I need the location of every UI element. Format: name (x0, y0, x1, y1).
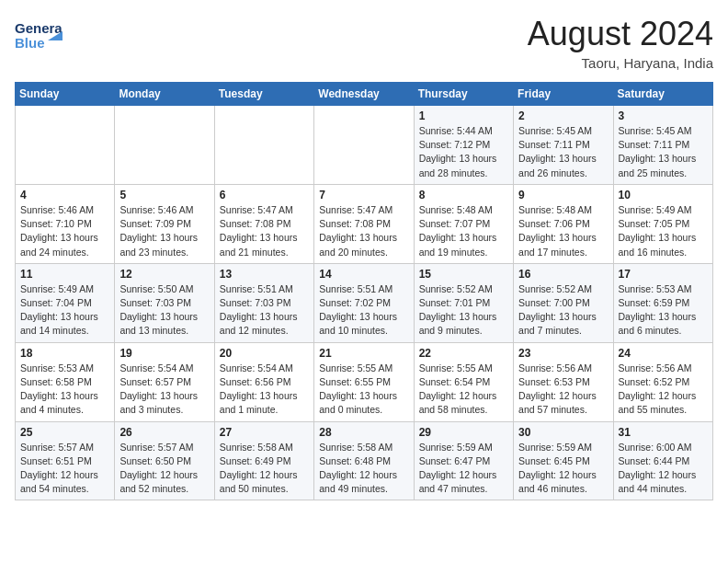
day-cell: 12Sunrise: 5:50 AMSunset: 7:03 PMDayligh… (115, 263, 214, 342)
day-number: 4 (20, 189, 109, 201)
day-cell: 14Sunrise: 5:51 AMSunset: 7:02 PMDayligh… (314, 263, 414, 342)
day-cell: 24Sunrise: 5:56 AMSunset: 6:52 PMDayligh… (613, 342, 712, 421)
day-detail: Sunrise: 5:53 AMSunset: 6:58 PMDaylight:… (20, 362, 109, 418)
day-number: 10 (619, 189, 708, 201)
week-row-3: 11Sunrise: 5:49 AMSunset: 7:04 PMDayligh… (16, 263, 713, 342)
day-cell (314, 106, 414, 185)
day-number: 7 (319, 189, 408, 201)
day-detail: Sunrise: 5:46 AMSunset: 7:09 PMDaylight:… (119, 203, 209, 259)
day-cell: 22Sunrise: 5:55 AMSunset: 6:54 PMDayligh… (414, 342, 513, 421)
day-detail: Sunrise: 5:57 AMSunset: 6:50 PMDaylight:… (119, 441, 209, 497)
page-header: General Blue August 2024 Taoru, Haryana,… (15, 15, 713, 71)
day-cell: 9Sunrise: 5:48 AMSunset: 7:06 PMDaylight… (514, 184, 613, 263)
day-detail: Sunrise: 5:53 AMSunset: 6:59 PMDaylight:… (619, 282, 708, 339)
day-cell: 29Sunrise: 5:59 AMSunset: 6:47 PMDayligh… (414, 421, 513, 500)
day-detail: Sunrise: 5:50 AMSunset: 7:03 PMDaylight:… (119, 282, 209, 339)
day-detail: Sunrise: 5:48 AMSunset: 7:06 PMDaylight:… (518, 203, 608, 259)
day-cell: 20Sunrise: 5:54 AMSunset: 6:56 PMDayligh… (214, 342, 313, 421)
day-cell: 30Sunrise: 5:59 AMSunset: 6:45 PMDayligh… (514, 421, 613, 500)
day-detail: Sunrise: 5:57 AMSunset: 6:51 PMDaylight:… (20, 441, 109, 497)
day-number: 27 (220, 426, 309, 439)
day-cell: 27Sunrise: 5:58 AMSunset: 6:49 PMDayligh… (214, 421, 313, 500)
day-cell: 1Sunrise: 5:44 AMSunset: 7:12 PMDaylight… (414, 106, 513, 185)
day-number: 11 (20, 268, 109, 281)
day-cell: 5Sunrise: 5:46 AMSunset: 7:09 PMDaylight… (115, 184, 214, 263)
title-block: August 2024 Taoru, Haryana, India (528, 15, 713, 71)
logo-icon: General Blue (15, 15, 63, 61)
day-number: 26 (119, 426, 209, 439)
month-year-title: August 2024 (528, 15, 713, 53)
day-cell: 7Sunrise: 5:47 AMSunset: 7:08 PMDaylight… (314, 184, 414, 263)
day-detail: Sunrise: 5:55 AMSunset: 6:54 PMDaylight:… (419, 362, 508, 418)
day-cell: 2Sunrise: 5:45 AMSunset: 7:11 PMDaylight… (514, 106, 613, 185)
day-number: 30 (518, 426, 608, 439)
day-detail: Sunrise: 5:58 AMSunset: 6:48 PMDaylight:… (319, 441, 408, 497)
day-number: 14 (319, 268, 408, 281)
day-number: 15 (419, 268, 508, 281)
weekday-header-monday: Monday (115, 83, 214, 106)
day-cell: 18Sunrise: 5:53 AMSunset: 6:58 PMDayligh… (16, 342, 115, 421)
day-detail: Sunrise: 5:56 AMSunset: 6:52 PMDaylight:… (619, 362, 708, 418)
day-number: 9 (518, 189, 608, 201)
day-detail: Sunrise: 5:59 AMSunset: 6:47 PMDaylight:… (419, 441, 508, 497)
day-detail: Sunrise: 5:49 AMSunset: 7:05 PMDaylight:… (619, 203, 708, 259)
week-row-1: 1Sunrise: 5:44 AMSunset: 7:12 PMDaylight… (16, 106, 713, 185)
week-row-5: 25Sunrise: 5:57 AMSunset: 6:51 PMDayligh… (16, 421, 713, 500)
day-number: 8 (419, 189, 508, 201)
day-cell: 23Sunrise: 5:56 AMSunset: 6:53 PMDayligh… (514, 342, 613, 421)
day-cell (115, 106, 214, 185)
day-detail: Sunrise: 5:46 AMSunset: 7:10 PMDaylight:… (20, 203, 109, 259)
day-cell: 15Sunrise: 5:52 AMSunset: 7:01 PMDayligh… (414, 263, 513, 342)
day-detail: Sunrise: 5:51 AMSunset: 7:02 PMDaylight:… (319, 282, 408, 339)
weekday-header-friday: Friday (514, 83, 613, 106)
day-number: 1 (419, 109, 508, 122)
day-detail: Sunrise: 5:54 AMSunset: 6:57 PMDaylight:… (119, 362, 209, 418)
day-cell: 13Sunrise: 5:51 AMSunset: 7:03 PMDayligh… (214, 263, 313, 342)
day-number: 19 (119, 347, 209, 360)
day-number: 28 (319, 426, 408, 439)
day-number: 23 (518, 347, 608, 360)
day-cell (16, 106, 115, 185)
week-row-2: 4Sunrise: 5:46 AMSunset: 7:10 PMDaylight… (16, 184, 713, 263)
day-detail: Sunrise: 5:54 AMSunset: 6:56 PMDaylight:… (220, 362, 309, 418)
day-number: 22 (419, 347, 508, 360)
day-detail: Sunrise: 5:45 AMSunset: 7:11 PMDaylight:… (619, 124, 708, 180)
day-cell: 11Sunrise: 5:49 AMSunset: 7:04 PMDayligh… (16, 263, 115, 342)
day-cell: 21Sunrise: 5:55 AMSunset: 6:55 PMDayligh… (314, 342, 414, 421)
day-number: 13 (220, 268, 309, 281)
day-detail: Sunrise: 5:48 AMSunset: 7:07 PMDaylight:… (419, 203, 508, 259)
day-number: 20 (220, 347, 309, 360)
weekday-header-row: SundayMondayTuesdayWednesdayThursdayFrid… (16, 83, 713, 106)
day-cell: 8Sunrise: 5:48 AMSunset: 7:07 PMDaylight… (414, 184, 513, 263)
weekday-header-thursday: Thursday (414, 83, 513, 106)
day-number: 31 (619, 426, 708, 439)
day-number: 16 (518, 268, 608, 281)
day-detail: Sunrise: 5:52 AMSunset: 7:00 PMDaylight:… (518, 282, 608, 339)
day-number: 17 (619, 268, 708, 281)
weekday-header-wednesday: Wednesday (314, 83, 414, 106)
day-detail: Sunrise: 5:56 AMSunset: 6:53 PMDaylight:… (518, 362, 608, 418)
logo: General Blue (15, 15, 63, 61)
day-number: 24 (619, 347, 708, 360)
day-number: 5 (119, 189, 209, 201)
day-detail: Sunrise: 5:51 AMSunset: 7:03 PMDaylight:… (220, 282, 309, 339)
location-subtitle: Taoru, Haryana, India (528, 55, 713, 71)
day-detail: Sunrise: 5:58 AMSunset: 6:49 PMDaylight:… (220, 441, 309, 497)
day-number: 21 (319, 347, 408, 360)
week-row-4: 18Sunrise: 5:53 AMSunset: 6:58 PMDayligh… (16, 342, 713, 421)
day-number: 18 (20, 347, 109, 360)
day-detail: Sunrise: 5:44 AMSunset: 7:12 PMDaylight:… (419, 124, 508, 180)
day-number: 25 (20, 426, 109, 439)
day-detail: Sunrise: 5:47 AMSunset: 7:08 PMDaylight:… (220, 203, 309, 259)
day-detail: Sunrise: 5:49 AMSunset: 7:04 PMDaylight:… (20, 282, 109, 339)
day-cell: 31Sunrise: 6:00 AMSunset: 6:44 PMDayligh… (613, 421, 712, 500)
weekday-header-sunday: Sunday (16, 83, 115, 106)
svg-text:General: General (15, 20, 63, 36)
day-cell (214, 106, 313, 185)
day-cell: 25Sunrise: 5:57 AMSunset: 6:51 PMDayligh… (16, 421, 115, 500)
weekday-header-tuesday: Tuesday (214, 83, 313, 106)
day-detail: Sunrise: 5:47 AMSunset: 7:08 PMDaylight:… (319, 203, 408, 259)
day-cell: 16Sunrise: 5:52 AMSunset: 7:00 PMDayligh… (514, 263, 613, 342)
day-cell: 10Sunrise: 5:49 AMSunset: 7:05 PMDayligh… (613, 184, 712, 263)
calendar-table: SundayMondayTuesdayWednesdayThursdayFrid… (15, 82, 713, 500)
